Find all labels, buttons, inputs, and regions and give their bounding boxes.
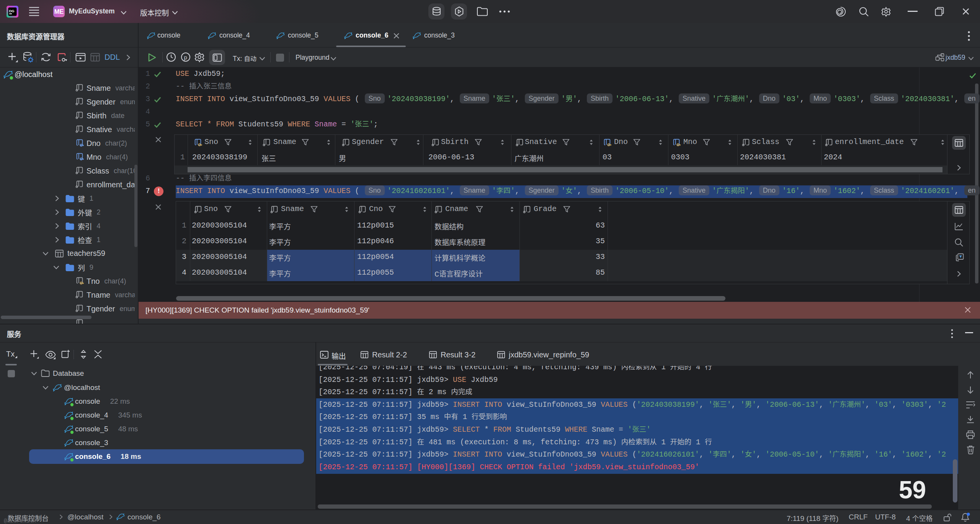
svg-text:p: p [184,54,187,61]
svg-text:DG: DG [9,9,15,13]
